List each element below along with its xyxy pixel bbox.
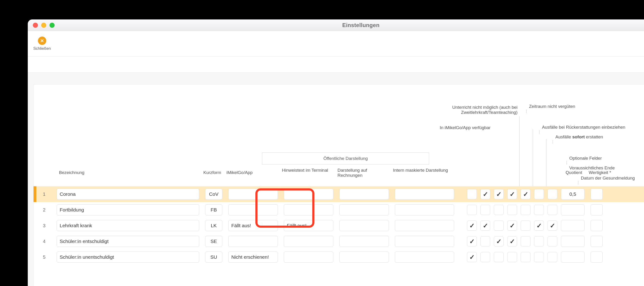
check-sofort[interactable]	[521, 236, 530, 246]
header-rueckerstattung: Ausfälle bei Rückerstattungen einbeziehe…	[542, 125, 625, 130]
column-headers-row: Bezeichnung Kurzform iMikelGo/App Hinwei…	[34, 170, 644, 180]
check-gesundmeldung[interactable]	[548, 205, 557, 215]
kurzform-input[interactable]	[205, 220, 222, 231]
close-settings-button[interactable]: Schließen	[33, 36, 51, 51]
imikelgo-input[interactable]	[228, 188, 278, 200]
col-intern: Intern maskierte Darstellung	[393, 168, 458, 178]
table-row[interactable]: 3✓✓✓✓✓	[34, 218, 644, 234]
check-gesundmeldung[interactable]	[548, 236, 557, 246]
check-rueckerstattung[interactable]	[507, 205, 517, 215]
wertigkeit-input[interactable]	[590, 188, 602, 200]
kurzform-input[interactable]	[205, 236, 222, 247]
quotient-input[interactable]	[561, 236, 584, 247]
check-zeitraum[interactable]	[494, 252, 504, 262]
close-icon	[38, 36, 46, 45]
intern-input[interactable]	[395, 220, 454, 231]
col-kurzform: Kurzform	[203, 170, 226, 180]
wertigkeit-input[interactable]	[590, 236, 602, 247]
check-rueckerstattung[interactable]: ✓	[507, 236, 517, 246]
imikelgo-input[interactable]	[228, 252, 278, 263]
rechnungen-input[interactable]	[339, 220, 389, 231]
bezeichnung-input[interactable]	[57, 188, 199, 200]
col-wertigkeit: Wertigkeit *	[589, 170, 607, 180]
wertigkeit-input[interactable]	[590, 220, 602, 231]
hinweistext-input[interactable]	[284, 252, 333, 263]
hinweistext-input[interactable]	[284, 236, 333, 247]
hinweistext-input[interactable]	[284, 204, 333, 216]
check-unterricht[interactable]: ✓	[467, 220, 477, 231]
check-unterricht[interactable]: ✓	[467, 236, 477, 246]
imikelgo-input[interactable]	[228, 204, 278, 216]
rechnungen-input[interactable]	[339, 236, 389, 247]
imikelgo-input[interactable]	[228, 220, 278, 231]
check-sofort[interactable]	[521, 205, 530, 215]
intern-input[interactable]	[395, 204, 454, 216]
row-number: 2	[34, 202, 55, 218]
bezeichnung-input[interactable]	[57, 236, 199, 247]
check-voraus-ende[interactable]: ✓	[534, 220, 544, 231]
rechnungen-input[interactable]	[339, 252, 389, 263]
check-rueckerstattung[interactable]: ✓	[507, 189, 517, 199]
kurzform-input[interactable]	[205, 204, 222, 216]
action-bar: + Neu	[28, 56, 644, 73]
check-unterricht[interactable]: ✓	[467, 252, 477, 262]
table-row[interactable]: 1✓✓✓✓	[34, 186, 644, 202]
col-quotient: Quotient	[559, 170, 589, 180]
check-voraus-ende[interactable]	[534, 189, 544, 199]
bezeichnung-input[interactable]	[57, 252, 199, 263]
check-sofort[interactable]: ✓	[521, 189, 530, 199]
check-gesundmeldung[interactable]	[548, 189, 557, 199]
wertigkeit-input[interactable]	[590, 252, 602, 263]
intern-input[interactable]	[395, 236, 454, 247]
check-app[interactable]	[480, 252, 490, 262]
window-title: Einstellungen	[28, 22, 644, 28]
check-gesundmeldung[interactable]	[548, 252, 557, 262]
check-app[interactable]	[480, 236, 490, 246]
rechnungen-input[interactable]	[339, 188, 389, 200]
check-app[interactable]: ✓	[480, 220, 490, 231]
wertigkeit-input[interactable]	[590, 204, 602, 216]
check-voraus-ende[interactable]	[534, 236, 544, 246]
row-number: 1	[34, 186, 55, 202]
hinweistext-input[interactable]	[284, 220, 333, 231]
quotient-input[interactable]	[561, 204, 584, 216]
imikelgo-input[interactable]	[228, 236, 278, 247]
kurzform-input[interactable]	[205, 252, 222, 263]
check-unterricht[interactable]	[467, 205, 477, 215]
check-rueckerstattung[interactable]: ✓	[507, 220, 517, 231]
bezeichnung-input[interactable]	[57, 220, 199, 231]
row-actions	[607, 218, 644, 234]
bezeichnung-input[interactable]	[57, 204, 199, 216]
check-sofort[interactable]	[521, 252, 530, 262]
row-number: 5	[34, 249, 55, 265]
header-app-verfuegbar: In iMikelGo/App verfügbar	[440, 125, 491, 130]
window-minimize-button[interactable]	[41, 23, 46, 28]
quotient-input[interactable]	[561, 220, 584, 231]
header-unterricht: Unterricht nicht möglich (auch bei Zweit…	[430, 105, 518, 115]
check-rueckerstattung[interactable]	[507, 252, 517, 262]
check-voraus-ende[interactable]	[534, 205, 544, 215]
table-row[interactable]: 5✓	[34, 249, 644, 265]
window-close-button[interactable]	[33, 23, 38, 28]
quotient-input[interactable]	[561, 252, 584, 263]
check-app[interactable]: ✓	[480, 189, 490, 199]
check-zeitraum[interactable]: ✓	[494, 236, 504, 246]
check-unterricht[interactable]	[467, 189, 477, 199]
intern-input[interactable]	[395, 252, 454, 263]
check-zeitraum[interactable]: ✓	[494, 189, 504, 199]
check-app[interactable]	[480, 205, 490, 215]
table-row[interactable]: 2	[34, 202, 644, 218]
check-voraus-ende[interactable]	[534, 252, 544, 262]
hinweistext-input[interactable]	[284, 188, 333, 200]
check-zeitraum[interactable]	[494, 205, 504, 215]
intern-input[interactable]	[395, 188, 454, 200]
table-row[interactable]: 4✓✓✓	[34, 234, 644, 249]
check-zeitraum[interactable]	[494, 220, 504, 231]
check-gesundmeldung[interactable]: ✓	[548, 220, 557, 231]
kurzform-input[interactable]	[205, 188, 222, 200]
col-rechnungen: Darstellung auf Rechnungen	[338, 168, 393, 178]
quotient-input[interactable]	[561, 188, 584, 200]
window-zoom-button[interactable]	[50, 23, 54, 28]
check-sofort[interactable]	[521, 220, 530, 231]
rechnungen-input[interactable]	[339, 204, 389, 216]
